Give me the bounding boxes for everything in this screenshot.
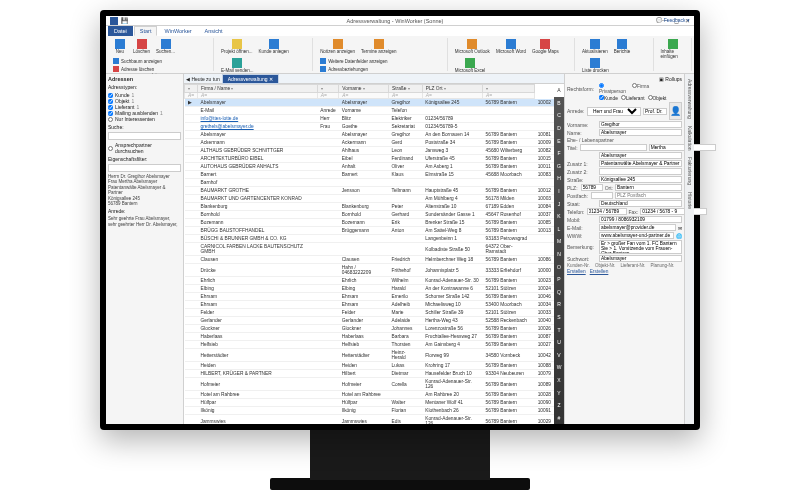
ribbon-button-small[interactable]: Weitere Datenfelder anzeigen — [318, 57, 389, 65]
table-row[interactable]: HülfparHülfparWalterMentaner Wolf 415678… — [185, 399, 555, 407]
ribbon-button[interactable]: Microsoft Word — [494, 38, 528, 55]
alpha-letter[interactable]: X — [554, 374, 564, 387]
ribbon-tab[interactable]: WinWorker — [158, 26, 197, 36]
alpha-letter[interactable]: I — [554, 185, 564, 198]
table-row[interactable]: ARCHITEKTURBÜRO EIBELEibelFerdinandUfers… — [185, 155, 555, 163]
table-row[interactable]: EhrsamEhrsamAdelheibMichaelisweg 1053400… — [185, 301, 555, 309]
alpha-letter[interactable]: O — [554, 260, 564, 273]
fax-input[interactable] — [640, 208, 707, 215]
grid-header[interactable]: ▾ — [317, 85, 338, 93]
table-row[interactable]: E-MailAnredeVornameTelefon — [185, 107, 555, 115]
table-row[interactable]: Hotel am RahbreeHotel am RahbreeAm Rahbr… — [185, 391, 555, 399]
edge-tab[interactable]: Fakturierung — [687, 155, 693, 187]
table-row[interactable]: BÜSCHI & BRUNNER GMBH & CO. KGLangenbein… — [185, 235, 555, 243]
ribbon-button[interactable]: Berichte — [612, 38, 633, 55]
rechtsform-radios[interactable]: Privatperson Firma — [599, 83, 662, 94]
table-row[interactable]: DrückeHahn / 04683222209FrithehofJohanni… — [185, 264, 555, 277]
alpha-letter[interactable]: Y — [554, 386, 564, 399]
alpha-letter[interactable]: V — [554, 348, 564, 361]
feedback-link[interactable]: 💬 Feedback ▾ — [656, 17, 690, 23]
table-row[interactable]: BAUMARKT UND GARTENCENTER KONRADAm Mühlb… — [185, 195, 555, 203]
postfach-plz-input[interactable] — [615, 192, 682, 199]
grid-header[interactable]: ▾ — [185, 85, 198, 93]
addr-type-checks[interactable]: Kunde Lieferant Objekt — [599, 95, 682, 101]
table-row[interactable]: JammswiesJammswiesEdisKonrad-Adenauer-St… — [185, 415, 555, 425]
name-input[interactable] — [599, 129, 682, 136]
ribbon-button[interactable]: Kunde anlegen — [256, 38, 290, 55]
alpha-letter[interactable]: T — [554, 323, 564, 336]
staat-input[interactable] — [599, 200, 682, 207]
edge-tab[interactable]: Kalkulation — [687, 124, 693, 152]
props-input[interactable] — [108, 164, 181, 172]
alpha-letter[interactable]: B — [554, 97, 564, 110]
alpha-letter[interactable]: G — [554, 160, 564, 173]
name2-input[interactable] — [599, 152, 682, 159]
alpha-letter[interactable]: H — [554, 172, 564, 185]
alpha-letter[interactable]: W — [554, 361, 564, 374]
alpha-index[interactable]: ABCDEFGHIJKLMNOPQRSTUVWXYZ# — [554, 84, 564, 424]
search-input[interactable] — [108, 132, 181, 140]
telefon-input[interactable] — [587, 208, 627, 215]
ribbon-button[interactable]: Suchen... — [154, 38, 177, 55]
create-link-2[interactable]: Erstellen — [590, 269, 609, 274]
alpha-letter[interactable]: L — [554, 223, 564, 236]
alpha-letter[interactable]: A — [554, 84, 564, 97]
address-grid[interactable]: ▾Firma / Name ▾ ▾Vorname ▾Straße ▾PLZ Or… — [184, 84, 554, 424]
ribbon-button[interactable]: Liste drucken — [580, 57, 611, 74]
table-row[interactable]: AUTOHAUS GEBRÜDER ANHALTSAnhaltOliverAm … — [185, 163, 555, 171]
vorname2-input[interactable] — [649, 144, 716, 151]
ribbon-button[interactable]: Löschen — [131, 38, 152, 55]
titel-input[interactable] — [643, 108, 667, 115]
table-row[interactable]: ▶AbelsmayerAbelsmayerGregihorKönigsallee… — [185, 99, 555, 107]
table-row[interactable]: FelderFelderMarieSchiller Straße 3952101… — [185, 309, 555, 317]
edge-tab[interactable]: Adressverwaltung — [687, 77, 693, 121]
www-input[interactable] — [599, 232, 674, 239]
ribbon-button[interactable]: Neu — [111, 38, 129, 55]
avatar-placeholder[interactable]: 👤 — [669, 102, 682, 120]
addr-type-check[interactable]: Nur Interessenten — [108, 116, 181, 122]
strasse-input[interactable] — [599, 176, 682, 183]
ribbon-tab-file[interactable]: Datei — [108, 26, 133, 36]
alpha-letter[interactable]: K — [554, 210, 564, 223]
table-row[interactable]: HeidenHeidenLukasKrohring 1756789 Banter… — [185, 362, 555, 370]
ribbon-button[interactable]: Projekt öffnen... — [219, 38, 254, 55]
zusatz2-input[interactable] — [599, 168, 682, 175]
table-row[interactable]: HelfsiebHelfsiebThorstenAm Gainsberg 456… — [185, 341, 555, 349]
table-row[interactable]: GerlanderGerlanderAdelaideHertha-Weg 435… — [185, 317, 555, 325]
alpha-letter[interactable]: N — [554, 248, 564, 261]
email-send-icon[interactable]: ✉ — [678, 225, 682, 231]
table-row[interactable]: HaberlaasHaberlaasBarbaraFruchtallee-Hes… — [185, 333, 555, 341]
table-row[interactable]: ClausenClausenFriedrichHelmberchner Weg … — [185, 256, 555, 264]
anrede-select[interactable]: Herr und Frau — [587, 107, 641, 116]
alpha-letter[interactable]: D — [554, 122, 564, 135]
alpha-letter[interactable]: S — [554, 311, 564, 324]
plz-input[interactable] — [581, 184, 603, 191]
ribbon-button[interactable]: Inhalte einfügen — [659, 38, 688, 60]
rollups-toggle[interactable]: ▣ Rollups — [567, 76, 682, 82]
alpha-letter[interactable]: J — [554, 197, 564, 210]
ribbon-button[interactable]: E-Mail senden... — [219, 57, 256, 74]
table-row[interactable]: HILBERT, KRÜGER & PARTNERHilbertDietmarH… — [185, 370, 555, 378]
ribbon-button[interactable]: Microsoft Outlook — [453, 38, 492, 55]
grid-header[interactable]: Straße ▾ — [389, 85, 423, 93]
titel2-input[interactable] — [580, 144, 647, 151]
alpha-letter[interactable]: F — [554, 147, 564, 160]
table-row[interactable]: EhrsamEhrsamEmeriloSchomer Straße 142567… — [185, 293, 555, 301]
prop-filter-check[interactable]: Ansprechpartner durchsuchen — [108, 142, 181, 154]
table-row[interactable]: BAUMARKT GROTHEJenssonTellmannHauptstraß… — [185, 187, 555, 195]
grid-header[interactable]: Firma / Name ▾ — [198, 85, 318, 93]
ribbon-button-small[interactable]: Adresse löschen — [111, 65, 164, 73]
table-row[interactable]: BlankenburgBlankenburgPeterAltenstraße 1… — [185, 203, 555, 211]
doc-tab[interactable]: Adressverwaltung ✕ — [222, 74, 279, 84]
table-row[interactable]: HetterstädterHetterstädterHeinz-HeraldFl… — [185, 349, 555, 362]
ribbon-button-small[interactable]: Adressbeziehungen — [318, 65, 389, 73]
ribbon-button[interactable]: Aktualisieren — [580, 38, 610, 55]
find-hint[interactable]: ◀ Heute zu tun — [186, 76, 220, 82]
table-row[interactable]: BRÜGG BAUSTOFFHANDELBrüggemannAntonAm Sa… — [185, 227, 555, 235]
alpha-letter[interactable]: M — [554, 235, 564, 248]
grid-header[interactable]: PLZ Ort ▾ — [422, 85, 482, 93]
alpha-letter[interactable]: # — [554, 411, 564, 424]
table-row[interactable]: ElbingElbingHaraldAn der Kontrawanne 652… — [185, 285, 555, 293]
grid-header[interactable]: ▾ — [483, 85, 535, 93]
table-row[interactable]: info@ttes-lotte.deHerrBlitzElektriker012… — [185, 115, 555, 123]
